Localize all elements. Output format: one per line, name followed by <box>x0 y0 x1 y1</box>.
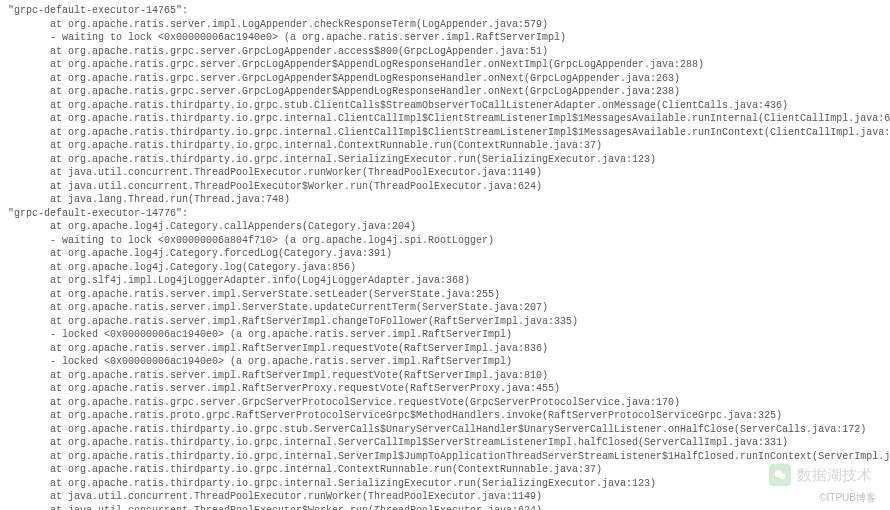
stack-frame: at org.apache.log4j.Category.log(Categor… <box>8 261 882 275</box>
stack-frame: at org.apache.ratis.server.impl.RaftServ… <box>8 315 882 329</box>
stack-frame: at org.apache.ratis.server.impl.ServerSt… <box>8 288 882 302</box>
stack-frame: at java.util.concurrent.ThreadPoolExecut… <box>8 490 882 504</box>
stack-frame: at org.apache.ratis.server.impl.ServerSt… <box>8 301 882 315</box>
stack-frame: at org.apache.ratis.thirdparty.io.grpc.s… <box>8 423 882 437</box>
stack-frame: at org.apache.ratis.thirdparty.io.grpc.i… <box>8 139 882 153</box>
thread-header: "grpc-default-executor-14765": <box>8 4 882 18</box>
stack-frame: at java.util.concurrent.ThreadPoolExecut… <box>8 504 882 511</box>
stack-frame: at org.apache.ratis.thirdparty.io.grpc.i… <box>8 436 882 450</box>
stack-frame: at org.apache.ratis.grpc.server.GrpcLogA… <box>8 72 882 86</box>
stack-frame: at org.apache.log4j.Category.callAppende… <box>8 220 882 234</box>
stack-frame: at org.apache.ratis.thirdparty.io.grpc.i… <box>8 463 882 477</box>
stack-frame: at org.apache.ratis.proto.grpc.RaftServe… <box>8 409 882 423</box>
stack-frame: at org.apache.ratis.grpc.server.GrpcLogA… <box>8 85 882 99</box>
stack-frame: at org.apache.ratis.thirdparty.io.grpc.i… <box>8 153 882 167</box>
stack-frame: at java.util.concurrent.ThreadPoolExecut… <box>8 166 882 180</box>
stack-frame: at org.apache.ratis.thirdparty.io.grpc.s… <box>8 99 882 113</box>
lock-line: - locked <0x00000006ac1940e0> (a org.apa… <box>8 328 882 342</box>
stack-frame: at java.lang.Thread.run(Thread.java:748) <box>8 193 882 207</box>
stack-frame: at java.util.concurrent.ThreadPoolExecut… <box>8 180 882 194</box>
stack-frame: at org.apache.ratis.grpc.server.GrpcServ… <box>8 396 882 410</box>
stack-frame: at org.apache.ratis.thirdparty.io.grpc.i… <box>8 477 882 491</box>
lock-line: - locked <0x00000006ac1940e0> (a org.apa… <box>8 355 882 369</box>
stack-frame: at org.apache.ratis.grpc.server.GrpcLogA… <box>8 58 882 72</box>
stack-frame: at org.apache.ratis.server.impl.LogAppen… <box>8 18 882 32</box>
stack-frame: at org.apache.ratis.server.impl.RaftServ… <box>8 342 882 356</box>
thread-dump-block: "grpc-default-executor-14765":at org.apa… <box>8 4 882 510</box>
stack-frame: at org.apache.ratis.server.impl.RaftServ… <box>8 369 882 383</box>
stack-frame: at org.apache.log4j.Category.forcedLog(C… <box>8 247 882 261</box>
stack-frame: at org.apache.ratis.thirdparty.io.grpc.i… <box>8 126 882 140</box>
thread-header: "grpc-default-executor-14776": <box>8 207 882 221</box>
lock-line: - waiting to lock <0x00000006a804f710> (… <box>8 234 882 248</box>
stack-frame: at org.apache.ratis.grpc.server.GrpcLogA… <box>8 45 882 59</box>
stack-frame: at org.apache.ratis.server.impl.RaftServ… <box>8 382 882 396</box>
lock-line: - waiting to lock <0x00000006ac1940e0> (… <box>8 31 882 45</box>
stack-frame: at org.apache.ratis.thirdparty.io.grpc.i… <box>8 450 882 464</box>
stack-frame: at org.apache.ratis.thirdparty.io.grpc.i… <box>8 112 882 126</box>
stack-frame: at org.slf4j.impl.Log4jLoggerAdapter.inf… <box>8 274 882 288</box>
